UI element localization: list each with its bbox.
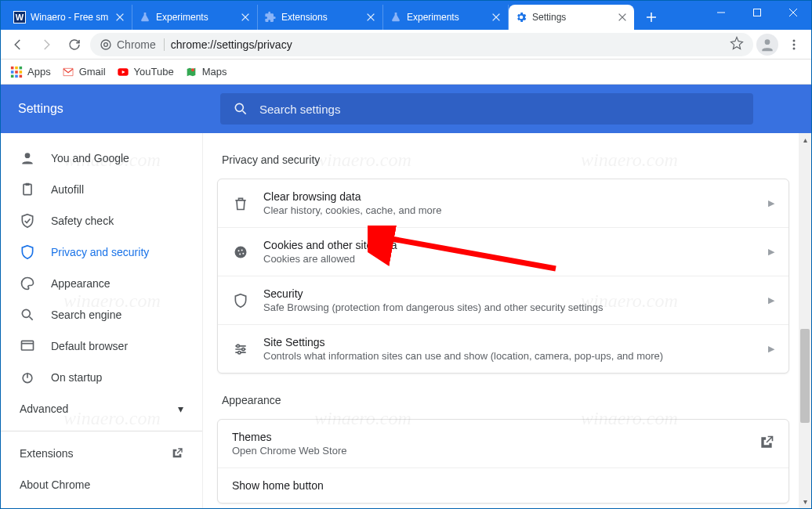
- tab-close-icon[interactable]: [491, 12, 502, 23]
- sidebar-item-appearance[interactable]: Appearance: [1, 268, 202, 299]
- chevron-right-icon: ▶: [768, 198, 774, 208]
- search-icon: [20, 307, 35, 323]
- settings-header: Settings Search settings: [1, 85, 811, 133]
- card-appearance: ThemesOpen Chrome Web Store Show home bu…: [217, 419, 789, 504]
- sliders-icon: [232, 341, 249, 357]
- site-identity-chip[interactable]: Chrome: [100, 38, 165, 51]
- row-themes[interactable]: ThemesOpen Chrome Web Store: [218, 420, 788, 467]
- window-close-button[interactable]: [775, 1, 811, 24]
- tab-close-icon[interactable]: [240, 12, 251, 23]
- tab-experiments-1[interactable]: Experiments: [132, 5, 258, 30]
- svg-rect-0: [754, 9, 761, 16]
- profile-avatar[interactable]: [756, 34, 778, 56]
- tab-close-icon[interactable]: [114, 12, 125, 23]
- settings-content: You and Google Autofill Safety check Pri…: [1, 133, 811, 508]
- svg-point-17: [191, 68, 194, 71]
- sidebar-item-privacy-security[interactable]: Privacy and security: [1, 236, 202, 268]
- reload-button[interactable]: [62, 32, 87, 57]
- section-title-appearance: Appearance: [222, 394, 789, 406]
- bookmark-apps[interactable]: Apps: [10, 66, 51, 78]
- row-subtitle: Cookies are allowed: [263, 253, 754, 265]
- row-subtitle: Controls what information sites can use …: [263, 350, 754, 362]
- svg-rect-7: [11, 66, 14, 69]
- trash-icon: [232, 196, 249, 211]
- sidebar-about-link[interactable]: About Chrome: [1, 469, 202, 500]
- settings-search[interactable]: Search settings: [220, 93, 753, 125]
- url-text: chrome://settings/privacy: [171, 38, 292, 51]
- svg-rect-8: [15, 66, 18, 69]
- menu-button[interactable]: [781, 32, 807, 57]
- scroll-up-button[interactable]: ▴: [799, 133, 811, 146]
- settings-brand: Settings: [18, 102, 198, 116]
- tab-close-icon[interactable]: [617, 12, 628, 23]
- svg-point-29: [242, 252, 244, 254]
- sidebar-item-label: On startup: [51, 371, 102, 384]
- tab-title: Extensions: [281, 12, 361, 23]
- external-link-icon: [759, 435, 774, 453]
- sidebar-item-safety-check[interactable]: Safety check: [1, 205, 202, 236]
- divider: [1, 431, 202, 431]
- tab-experiments-2[interactable]: Experiments: [383, 5, 509, 30]
- scroll-thumb[interactable]: [800, 329, 810, 423]
- row-clear-browsing-data[interactable]: Clear browsing dataClear history, cookie…: [218, 179, 788, 227]
- favicon-flask-icon: [139, 11, 151, 23]
- row-show-home-button[interactable]: Show home button: [218, 467, 788, 503]
- new-tab-button[interactable]: [640, 6, 662, 28]
- window-maximize-button[interactable]: [739, 1, 775, 24]
- svg-point-19: [25, 153, 31, 158]
- vertical-scrollbar[interactable]: ▴ ▾: [799, 133, 811, 508]
- sidebar-item-you-and-google[interactable]: You and Google: [1, 143, 202, 174]
- external-link-icon: [171, 447, 183, 460]
- sidebar-item-label: Appearance: [51, 277, 111, 290]
- sidebar-item-on-startup[interactable]: On startup: [1, 362, 202, 393]
- row-security[interactable]: SecuritySafe Browsing (protection from d…: [218, 276, 788, 324]
- tab-winaero[interactable]: W Winaero - Free sm: [7, 5, 132, 30]
- svg-rect-15: [20, 74, 23, 78]
- svg-rect-14: [15, 74, 18, 78]
- forward-button[interactable]: [34, 32, 59, 57]
- row-title: Site Settings: [263, 336, 754, 348]
- back-button[interactable]: [5, 32, 31, 57]
- sidebar-item-label: Search engine: [51, 309, 121, 321]
- tab-title: Winaero - Free sm: [31, 12, 110, 23]
- sidebar-item-search-engine[interactable]: Search engine: [1, 299, 202, 330]
- sidebar-item-autofill[interactable]: Autofill: [1, 174, 202, 205]
- settings-main: Privacy and security Clear browsing data…: [203, 133, 811, 508]
- svg-point-27: [241, 249, 243, 251]
- sidebar-link-label: About Chrome: [20, 478, 90, 491]
- row-subtitle: Open Chrome Web Store: [232, 445, 745, 457]
- tab-extensions[interactable]: Extensions: [258, 5, 383, 30]
- bookmark-star-icon[interactable]: [730, 36, 744, 52]
- tab-close-icon[interactable]: [365, 12, 376, 23]
- shield-icon: [20, 244, 35, 260]
- shield-check-icon: [20, 213, 35, 229]
- bookmark-label: YouTube: [134, 66, 174, 78]
- section-title-privacy: Privacy and security: [222, 153, 789, 166]
- tab-strip: W Winaero - Free sm Experiments Extensio…: [1, 1, 703, 30]
- scroll-down-button[interactable]: ▾: [799, 495, 811, 508]
- tab-settings[interactable]: Settings: [509, 5, 634, 30]
- svg-point-2: [104, 42, 108, 46]
- sidebar-item-default-browser[interactable]: Default browser: [1, 330, 202, 362]
- sidebar-advanced[interactable]: Advanced▾: [1, 393, 202, 424]
- bookmark-gmail[interactable]: Gmail: [62, 66, 106, 78]
- person-icon: [20, 150, 35, 166]
- search-icon: [233, 101, 248, 117]
- row-title: Clear browsing data: [263, 190, 754, 203]
- browser-icon: [20, 338, 35, 354]
- address-bar[interactable]: Chrome chrome://settings/privacy: [90, 33, 753, 56]
- card-privacy: Clear browsing dataClear history, cookie…: [217, 179, 789, 374]
- window-minimize-button[interactable]: [703, 1, 739, 24]
- svg-point-5: [793, 43, 796, 45]
- row-cookies[interactable]: Cookies and other site dataCookies are a…: [218, 227, 788, 276]
- bookmark-youtube[interactable]: YouTube: [117, 66, 174, 78]
- favicon-gear-icon: [515, 11, 527, 23]
- bookmark-maps[interactable]: Maps: [185, 66, 227, 78]
- youtube-icon: [117, 66, 129, 78]
- cookie-icon: [232, 244, 249, 260]
- tab-title: Settings: [532, 12, 612, 23]
- svg-rect-11: [15, 70, 18, 74]
- sidebar-extensions-link[interactable]: Extensions: [1, 438, 202, 469]
- svg-point-1: [101, 40, 111, 49]
- row-site-settings[interactable]: Site SettingsControls what information s…: [218, 324, 788, 373]
